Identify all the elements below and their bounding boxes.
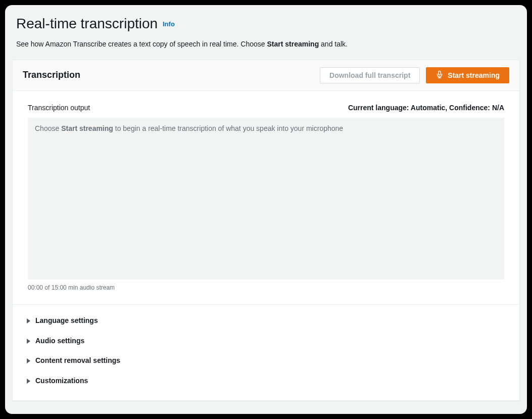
placeholder-pre: Choose	[35, 124, 61, 132]
start-streaming-button[interactable]: Start streaming	[426, 67, 509, 83]
page-subtitle: See how Amazon Transcribe creates a text…	[16, 39, 516, 50]
content-removal-settings-expander[interactable]: Content removal settings	[27, 351, 505, 371]
confidence-value: N/A	[492, 104, 504, 112]
page-root: Real-time transcription Info See how Ama…	[5, 5, 527, 414]
conf-prefix: , Confidence:	[445, 104, 492, 112]
language-settings-label: Language settings	[35, 316, 98, 326]
info-link[interactable]: Info	[163, 20, 175, 28]
language-settings-expander[interactable]: Language settings	[27, 311, 505, 331]
start-streaming-label: Start streaming	[448, 71, 500, 79]
output-header: Transcription output Current language: A…	[28, 103, 504, 113]
lang-prefix: Current language:	[348, 104, 411, 112]
settings-sections: Language settings Audio settings Content…	[13, 304, 519, 400]
page-header: Real-time transcription Info See how Ama…	[12, 11, 520, 50]
chevron-right-icon	[27, 339, 30, 344]
audio-settings-label: Audio settings	[35, 336, 84, 346]
subtitle-post: and talk.	[319, 40, 348, 48]
placeholder-bold: Start streaming	[61, 124, 113, 132]
download-transcript-button[interactable]: Download full transcript	[320, 67, 420, 83]
download-transcript-label: Download full transcript	[329, 71, 410, 79]
panel-actions: Download full transcript Start streaming	[320, 67, 509, 83]
transcription-output: Choose Start streaming to begin a real-t…	[28, 118, 504, 280]
output-label: Transcription output	[28, 103, 90, 113]
subtitle-bold: Start streaming	[267, 40, 319, 48]
content-removal-settings-label: Content removal settings	[35, 356, 120, 366]
placeholder-post: to begin a real-time transcription of wh…	[113, 124, 343, 132]
transcription-panel: Transcription Download full transcript	[12, 60, 520, 401]
chevron-right-icon	[27, 318, 30, 323]
customizations-expander[interactable]: Customizations	[27, 371, 505, 391]
stream-timer: 00:00 of 15:00 min audio stream	[28, 284, 504, 292]
chevron-right-icon	[27, 379, 30, 384]
language-confidence: Current language: Automatic, Confidence:…	[348, 103, 504, 113]
microphone-icon	[436, 70, 444, 80]
chevron-right-icon	[27, 358, 30, 363]
audio-settings-expander[interactable]: Audio settings	[27, 331, 505, 351]
svg-rect-0	[439, 71, 441, 75]
page-title: Real-time transcription	[16, 16, 158, 31]
subtitle-pre: See how Amazon Transcribe creates a text…	[16, 40, 267, 48]
panel-header: Transcription Download full transcript	[13, 60, 519, 91]
current-language: Automatic	[411, 104, 445, 112]
panel-title: Transcription	[23, 69, 80, 81]
customizations-label: Customizations	[35, 376, 88, 386]
panel-body: Transcription output Current language: A…	[13, 91, 519, 292]
